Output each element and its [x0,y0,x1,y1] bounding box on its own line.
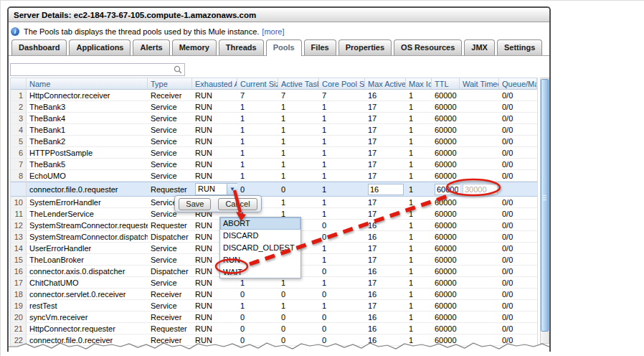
table-row[interactable]: 21HttpConnector.requesterRequesterRUN000… [11,323,537,334]
column-header-name[interactable]: Name [27,78,148,90]
cell-active-tasks: 0 [278,323,319,334]
cell-wait-timeout [460,124,499,136]
vertical-scrollbar[interactable] [540,78,549,344]
cell-queue-max: 0/0 [499,124,537,136]
cell-queue-max: 0/0 [499,243,537,254]
exhausted-action-dropdown: ABORTDISCARDDISCARD_OLDESTRUNWAIT [219,217,301,278]
dropdown-option-discard[interactable]: DISCARD [220,230,300,242]
cell-max-active: 16 [365,312,406,323]
table-row[interactable]: 18connector.servlet.0.receiverReceiverRU… [11,289,537,300]
cancel-button[interactable]: Cancel [218,198,257,210]
table-row[interactable]: 3TheBank4ServiceRUN111171600000/0 [11,113,537,124]
cell-exhausted-action: RUN [192,136,237,147]
scrollbar-thumb[interactable] [541,79,549,332]
dropdown-option-discard_oldest[interactable]: DISCARD_OLDEST [220,242,300,254]
tab-files[interactable]: Files [304,39,336,55]
cell-ttl: 60000 [432,136,460,147]
cell-name: HttpConnector.requester [27,323,148,334]
dropdown-option-wait[interactable]: WAIT [220,266,300,278]
ttl-input[interactable] [435,184,460,195]
cell-wait-timeout [460,300,499,312]
save-button[interactable]: Save [179,198,211,210]
row-number: 21 [11,323,27,334]
column-header-core-pool-size[interactable]: Core Pool Size [319,78,365,90]
chevron-down-icon[interactable]: ▼ [227,184,237,195]
dropdown-option-abort[interactable]: ABORT [220,217,300,230]
cell-queue-max: 0/0 [499,170,537,182]
cell-name: SystemErrorHandler [27,197,148,208]
cell-queue-max: 0/0 [499,136,537,147]
dropdown-option-run[interactable]: RUN [220,254,300,266]
column-header-exhausted-action[interactable]: Exhausted Action [192,78,237,90]
cell-max-idle: 1 [406,90,432,101]
table-row[interactable]: 20syncVm.receiverReceiverRUN000161600000… [11,312,537,323]
cell-wait-timeout [460,312,499,323]
column-header-max-idle[interactable]: Max Idle [406,78,432,90]
cell-current-size: 0 [237,182,278,197]
cell-type: Service [148,147,192,159]
cell-ttl: 60000 [432,113,460,124]
table-row[interactable]: 2TheBank3ServiceRUN111171600000/0 [11,101,537,113]
cell-core-pool-size: 1 [319,136,365,147]
table-row[interactable]: 23syncVm.dispatcherDispatcherRUN00016160… [11,346,537,352]
cell-name: TheBank2 [27,136,148,147]
tab-memory[interactable]: Memory [172,39,217,55]
cell-wait-timeout [460,346,499,352]
table-row[interactable]: 17ChitChatUMOServiceRUN111171600000/0 [11,277,537,289]
table-row[interactable]: 6HTTPPostSampleServiceRUN111171600000/0 [11,147,537,159]
table-row[interactable]: 4TheBank1ServiceRUN111171600000/0 [11,124,537,136]
column-header-active-tasks[interactable]: Active Tasks [278,78,319,90]
cell-wait-timeout [460,231,499,243]
cell-wait-timeout [460,170,499,182]
tab-applications[interactable]: Applications [69,39,131,55]
table-row[interactable]: 22connector.file.0.receiverReceiverRUN00… [11,334,537,346]
tab-dashboard[interactable]: Dashboard [11,39,67,55]
tab-settings[interactable]: Settings [497,39,542,55]
row-number: 18 [11,289,27,300]
table-row[interactable]: 10SystemErrorHandlerServiceRUN1111716000… [11,197,537,208]
column-header-max-active[interactable]: Max Active [365,78,406,90]
more-link[interactable]: [more] [262,27,284,36]
row-number: 3 [11,113,27,124]
tab-alerts[interactable]: Alerts [133,39,169,55]
column-header-type[interactable]: Type [148,78,192,90]
tab-jmx[interactable]: JMX [464,39,495,55]
cell-exhausted-action: RUN [192,159,237,170]
column-header-wait-timeout[interactable]: Wait Timeout [460,78,499,90]
cell-wait-timeout [460,323,499,334]
table-row[interactable]: 7TheBank5ServiceRUN111171600000/0 [11,159,537,170]
cell-type: Receiver [148,334,192,346]
cell-active-tasks: 1 [278,124,319,136]
wait-timeout-input[interactable] [463,184,498,195]
cell-active-tasks: 1 [278,147,319,159]
tab-pools[interactable]: Pools [266,39,302,56]
cell-type: Service [148,277,192,289]
table-row[interactable]: 19restTestServiceRUN111171600000/0 [11,300,537,312]
max-active-input[interactable] [368,184,404,195]
cell-current-size: 1 [237,136,278,147]
tab-os-resources[interactable]: OS Resources [394,39,462,55]
table-row[interactable]: 8EchoUMOServiceRUN111171600000/0 [11,170,537,182]
cell-core-pool-size: 1 [319,254,365,266]
column-header-queue-max[interactable]: Queue/Max [499,78,537,90]
search-input[interactable] [11,65,173,75]
cell-active-tasks: 1 [278,170,319,182]
tab-threads[interactable]: Threads [219,39,264,55]
table-row[interactable]: 1HttpConnector.receiverReceiverRUN777161… [11,90,537,101]
table-row[interactable]: 5TheBank2ServiceRUN111171600000/0 [11,136,537,147]
row-editor-buttons: Save Cancel [174,195,262,212]
cell-wait-timeout [460,220,499,231]
cell-name: HttpConnector.receiver [27,90,148,101]
cell-ttl: 60000 [432,101,460,113]
column-header-ttl[interactable]: TTL [432,78,460,90]
edit-row[interactable]: connector.file.0.requesterRequesterRUN▼0… [11,182,537,197]
cell-max-active: 16 [365,346,406,352]
exhausted-action-select[interactable]: RUN▼ [195,183,237,195]
cell-core-pool-size: 1 [319,208,365,220]
cell-core-pool-size: 0 [319,220,365,231]
tab-properties[interactable]: Properties [338,39,392,55]
cell-core-pool-size: 0 [319,346,365,352]
cell-max-active: 17 [365,159,406,170]
column-header-current-size[interactable]: Current Size [237,78,278,90]
cell-name: syncVm.receiver [27,312,148,323]
